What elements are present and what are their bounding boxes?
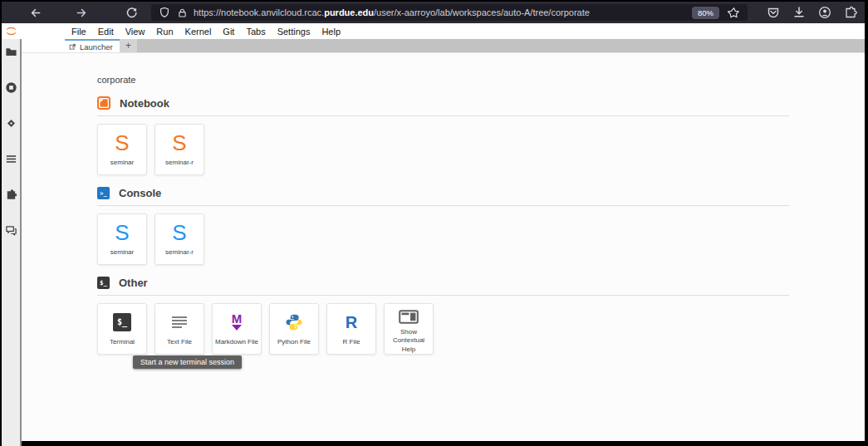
pocket-icon	[767, 6, 780, 19]
card-label: Python File	[276, 338, 312, 346]
menu-item-git[interactable]: Git	[217, 27, 240, 37]
menu-items: File Edit View Run Kernel Git Tabs Setti…	[66, 27, 346, 37]
card-notebook-seminar-r[interactable]: S seminar-r	[154, 124, 204, 175]
launcher-cwd-label: corporate	[97, 75, 865, 85]
section-notebook: Notebook S seminar S seminar-r	[97, 96, 789, 175]
contextual-help-icon	[399, 310, 419, 324]
sidebar-item-file-browser[interactable]	[4, 45, 17, 58]
card-label: seminar-r	[164, 248, 195, 257]
list-icon	[5, 153, 17, 165]
forward-arrow-icon	[76, 7, 88, 19]
r-icon: R	[346, 314, 357, 331]
account-button[interactable]	[817, 5, 832, 20]
card-notebook-seminar[interactable]: S seminar	[97, 124, 147, 175]
new-tab-button[interactable]: +	[120, 39, 137, 52]
downloads-button[interactable]	[792, 5, 807, 20]
dock-tab-bar: Launcher +	[21, 39, 865, 52]
terminal-section-icon: $_	[97, 277, 110, 289]
section-other: $_ Other $_ Terminal Text File	[97, 277, 789, 355]
card-text-file[interactable]: Text File	[154, 303, 204, 355]
menu-item-edit[interactable]: Edit	[92, 27, 120, 37]
sidebar-item-extension-manager[interactable]	[4, 188, 17, 201]
app-window: https://notebook.anvilcloud.rcac.purdue.…	[0, 0, 868, 446]
lock-icon[interactable]	[177, 7, 188, 18]
section-console-header: >_ Console	[97, 187, 789, 206]
section-title: Other	[119, 277, 148, 289]
card-label: seminar	[109, 248, 135, 257]
left-sidebar	[2, 39, 22, 446]
star-icon	[728, 7, 740, 19]
zoom-level-badge[interactable]: 80%	[692, 7, 719, 19]
toolbar-right-icons	[766, 5, 858, 20]
sidebar-item-table-of-contents[interactable]	[4, 152, 17, 165]
section-console: >_ Console S seminar S seminar-r	[97, 187, 789, 265]
python-icon	[285, 313, 303, 331]
url-text[interactable]: https://notebook.anvilcloud.rcac.purdue.…	[194, 7, 685, 17]
bookmark-star-button[interactable]	[728, 7, 740, 19]
git-icon	[5, 117, 17, 130]
jupyter-logo-icon	[4, 25, 18, 37]
section-other-header: $_ Other	[97, 277, 789, 296]
card-label: R File	[341, 338, 362, 346]
seminar-kernel-icon: S	[115, 132, 129, 154]
extensions-button[interactable]	[843, 5, 858, 20]
tab-launcher[interactable]: Launcher	[65, 39, 120, 52]
section-title: Notebook	[120, 97, 169, 110]
back-arrow-icon	[29, 7, 42, 19]
sidebar-item-chat[interactable]	[4, 223, 17, 237]
pocket-button[interactable]	[766, 5, 781, 20]
card-console-seminar[interactable]: S seminar	[97, 213, 147, 265]
download-icon	[792, 6, 806, 19]
menu-item-help[interactable]: Help	[316, 27, 346, 37]
card-markdown-file[interactable]: M Markdown File	[212, 303, 262, 355]
section-title: Console	[119, 187, 161, 199]
menu-item-run[interactable]: Run	[150, 27, 179, 37]
card-show-contextual-help[interactable]: Show Contextual Help	[384, 303, 434, 355]
reload-button[interactable]	[123, 4, 140, 21]
card-label: Terminal	[108, 338, 136, 346]
other-cards: $_ Terminal Text File M	[97, 303, 789, 355]
console-cards: S seminar S seminar-r	[97, 213, 789, 265]
reload-icon	[125, 7, 138, 19]
console-icon: >_	[97, 187, 110, 199]
card-terminal[interactable]: $_ Terminal	[97, 303, 147, 355]
forward-button[interactable]	[73, 4, 90, 21]
menu-item-file[interactable]: File	[66, 27, 92, 37]
card-r-file[interactable]: R R File	[326, 303, 376, 355]
card-console-seminar-r[interactable]: S seminar-r	[154, 213, 204, 265]
card-label: seminar	[109, 159, 135, 167]
running-sessions-icon	[5, 81, 17, 94]
back-button[interactable]	[27, 4, 43, 21]
card-label: Markdown File	[213, 338, 260, 346]
jupyterlab-menubar: File Edit View Run Kernel Git Tabs Setti…	[2, 23, 865, 39]
text-file-icon	[171, 315, 188, 330]
tab-launcher-label: Launcher	[80, 42, 113, 51]
url-bar[interactable]: https://notebook.anvilcloud.rcac.purdue.…	[151, 4, 748, 21]
menu-item-view[interactable]: View	[120, 27, 151, 37]
puzzle-icon	[844, 6, 857, 19]
extension-puzzle-icon	[5, 189, 17, 201]
card-label: Show Contextual Help	[385, 328, 433, 354]
folder-icon	[5, 46, 17, 58]
seminar-r-kernel-icon: S	[172, 222, 186, 243]
menu-item-settings[interactable]: Settings	[272, 27, 316, 37]
menu-item-tabs[interactable]: Tabs	[240, 27, 271, 37]
notebook-icon	[97, 96, 110, 110]
card-label: seminar-r	[164, 159, 195, 167]
shield-icon[interactable]	[159, 7, 170, 18]
terminal-tooltip: Start a new terminal session	[133, 355, 242, 369]
menu-item-kernel[interactable]: Kernel	[179, 27, 218, 37]
sidebar-item-running-sessions[interactable]	[4, 81, 17, 94]
launcher-tab-icon	[69, 43, 76, 51]
terminal-icon: $_	[113, 313, 131, 331]
notebook-cards: S seminar S seminar-r	[97, 124, 789, 175]
launcher-panel: corporate Notebook S seminar S seminar-r	[22, 52, 865, 441]
sidebar-item-git[interactable]	[4, 116, 17, 130]
tab-bar-spacer	[21, 39, 65, 52]
card-python-file[interactable]: Python File	[269, 303, 319, 355]
card-label: Text File	[165, 338, 194, 346]
browser-toolbar: https://notebook.anvilcloud.rcac.purdue.…	[2, 2, 865, 23]
seminar-kernel-icon: S	[115, 222, 129, 243]
markdown-icon: M	[232, 313, 243, 331]
section-notebook-header: Notebook	[97, 96, 789, 116]
